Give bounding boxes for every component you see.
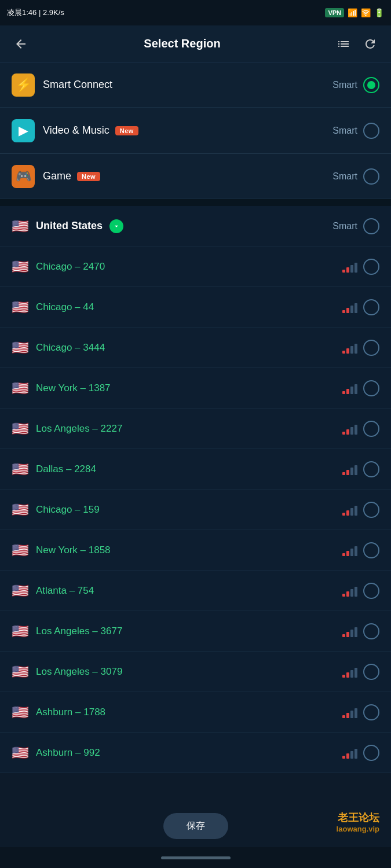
video-music-radio[interactable] — [363, 123, 379, 139]
chevron-down-icon[interactable] — [109, 219, 123, 233]
video-music-right: Smart — [332, 123, 379, 139]
server-item[interactable]: 🇺🇸 Chicago – 159 — [0, 490, 391, 530]
watermark: 老王论坛 laowang.vip — [337, 811, 379, 833]
page-header: Select Region — [0, 25, 391, 62]
country-header-left: 🇺🇸 United States — [12, 218, 123, 234]
server-item[interactable]: 🇺🇸 Ashburn – 992 — [0, 733, 391, 773]
game-radio[interactable] — [363, 168, 379, 185]
server-name: Ashburn – 1788 — [36, 707, 105, 718]
signal-bar-icon — [342, 747, 357, 759]
server-item-right — [342, 299, 379, 315]
server-item-left: 🇺🇸 Chicago – 44 — [12, 299, 94, 315]
server-item[interactable]: 🇺🇸 New York – 1858 — [0, 530, 391, 571]
server-item-left: 🇺🇸 New York – 1858 — [12, 542, 111, 558]
server-radio[interactable] — [363, 704, 379, 720]
server-name: Chicago – 159 — [36, 504, 100, 516]
server-radio[interactable] — [363, 421, 379, 437]
us-flag-icon: 🇺🇸 — [12, 218, 29, 234]
server-item-right — [342, 259, 379, 275]
smart-connect-smart-label: Smart — [332, 80, 357, 90]
video-music-item[interactable]: ▶ Video & Music New Smart — [0, 108, 391, 153]
server-item-right — [342, 340, 379, 356]
server-item[interactable]: 🇺🇸 Dallas – 2284 — [0, 449, 391, 490]
signal-bar-icon — [342, 301, 357, 313]
signal-bar-icon — [342, 545, 357, 556]
signal-bar-icon — [342, 423, 357, 435]
server-flag-icon: 🇺🇸 — [12, 664, 29, 680]
watermark-line2: laowang.vip — [337, 825, 379, 833]
status-bar: 凌晨1:46 | 2.9K/s VPN 📶 🛜 🔋 — [0, 0, 391, 25]
status-text: 凌晨1:46 | 2.9K/s — [7, 8, 64, 18]
signal-bar-icon — [342, 626, 357, 637]
server-name: Dallas – 2284 — [36, 464, 96, 475]
server-item[interactable]: 🇺🇸 Chicago – 3444 — [0, 328, 391, 368]
server-item[interactable]: 🇺🇸 Chicago – 2470 — [0, 247, 391, 287]
server-item-left: 🇺🇸 Los Angeles – 2227 — [12, 421, 122, 437]
signal-bar-icon — [342, 666, 357, 678]
back-button[interactable] — [10, 34, 31, 54]
bottom-bar — [0, 847, 391, 868]
page-title: Select Region — [31, 37, 333, 50]
server-name: New York – 1387 — [36, 382, 111, 394]
server-item[interactable]: 🇺🇸 Los Angeles – 3079 — [0, 652, 391, 692]
server-item-left: 🇺🇸 Ashburn – 992 — [12, 745, 100, 761]
signal-icon: 📶 — [348, 8, 357, 17]
server-item-left: 🇺🇸 Atlanta – 754 — [12, 583, 94, 599]
server-radio[interactable] — [363, 664, 379, 680]
server-radio[interactable] — [363, 380, 379, 396]
smart-connect-radio[interactable] — [363, 77, 379, 93]
server-radio[interactable] — [363, 745, 379, 761]
server-flag-icon: 🇺🇸 — [12, 380, 29, 396]
country-header[interactable]: 🇺🇸 United States Smart — [0, 206, 391, 247]
server-item[interactable]: 🇺🇸 Ashburn – 1788 — [0, 692, 391, 733]
smart-connect-label: Smart Connect — [43, 79, 112, 91]
server-name: Los Angeles – 3677 — [36, 626, 122, 637]
server-radio[interactable] — [363, 461, 379, 477]
game-right: Smart — [332, 168, 379, 185]
wifi-icon: 🛜 — [361, 8, 371, 17]
server-flag-icon: 🇺🇸 — [12, 299, 29, 315]
game-item[interactable]: 🎮 Game New Smart — [0, 154, 391, 199]
section-separator — [0, 199, 391, 206]
server-radio[interactable] — [363, 583, 379, 599]
server-radio[interactable] — [363, 259, 379, 275]
server-radio[interactable] — [363, 299, 379, 315]
game-icon: 🎮 — [12, 165, 35, 188]
smart-connect-item[interactable]: ⚡ Smart Connect Smart — [0, 62, 391, 108]
refresh-icon[interactable] — [360, 34, 381, 54]
server-item-left: 🇺🇸 Ashburn – 1788 — [12, 704, 105, 720]
watermark-line1: 老王论坛 — [337, 811, 379, 825]
server-item-left: 🇺🇸 Los Angeles – 3079 — [12, 664, 122, 680]
server-item-left: 🇺🇸 Chicago – 159 — [12, 502, 100, 518]
country-right: Smart — [332, 218, 379, 234]
country-radio[interactable] — [363, 218, 379, 234]
server-item-left: 🇺🇸 Chicago – 2470 — [12, 259, 105, 275]
server-item-right — [342, 421, 379, 437]
server-name: Chicago – 44 — [36, 301, 94, 313]
server-radio[interactable] — [363, 623, 379, 639]
server-item[interactable]: 🇺🇸 Los Angeles – 3677 — [0, 611, 391, 652]
video-music-smart-label: Smart — [332, 126, 357, 136]
server-name: Los Angeles – 3079 — [36, 666, 122, 678]
status-left: 凌晨1:46 | 2.9K/s — [7, 8, 64, 18]
server-name: Chicago – 3444 — [36, 342, 105, 354]
server-flag-icon: 🇺🇸 — [12, 704, 29, 720]
server-name: Atlanta – 754 — [36, 585, 94, 597]
signal-bar-icon — [342, 261, 357, 273]
server-radio[interactable] — [363, 542, 379, 558]
signal-bar-icon — [342, 504, 357, 516]
server-flag-icon: 🇺🇸 — [12, 502, 29, 518]
server-item-right — [342, 502, 379, 518]
server-item[interactable]: 🇺🇸 Chicago – 44 — [0, 287, 391, 328]
save-button[interactable]: 保存 — [163, 813, 228, 839]
server-item[interactable]: 🇺🇸 Los Angeles – 2227 — [0, 409, 391, 449]
list-icon[interactable] — [333, 34, 354, 54]
server-flag-icon: 🇺🇸 — [12, 623, 29, 639]
server-flag-icon: 🇺🇸 — [12, 745, 29, 761]
server-item-right — [342, 745, 379, 761]
server-radio[interactable] — [363, 340, 379, 356]
server-item[interactable]: 🇺🇸 New York – 1387 — [0, 368, 391, 409]
signal-bar-icon — [342, 464, 357, 475]
server-radio[interactable] — [363, 502, 379, 518]
server-item[interactable]: 🇺🇸 Atlanta – 754 — [0, 571, 391, 611]
